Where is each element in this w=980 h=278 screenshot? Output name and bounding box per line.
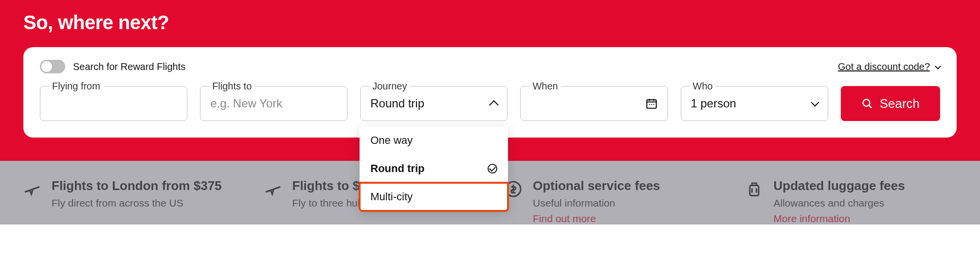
promo-link[interactable]: More information <box>774 213 905 225</box>
flying-from-input[interactable] <box>50 97 177 110</box>
discount-code-text: Got a discount code? <box>838 61 930 72</box>
reward-flights-toggle[interactable] <box>40 60 65 73</box>
svg-point-2 <box>651 104 652 105</box>
journey-option-round-trip[interactable]: Round trip <box>360 155 508 183</box>
reward-flights-label: Search for Reward Flights <box>73 61 185 72</box>
journey-dropdown: One way Round trip Multi-city <box>360 126 508 211</box>
calendar-icon <box>645 97 658 110</box>
journey-option-multi-city[interactable]: Multi-city <box>360 183 508 211</box>
flight-search-card: Search for Reward Flights Got a discount… <box>23 47 957 138</box>
svg-point-1 <box>649 104 650 105</box>
hero-title: So, where next? <box>23 12 957 34</box>
card-top-row: Search for Reward Flights Got a discount… <box>40 60 940 73</box>
journey-type-select[interactable]: Journey Round trip One way Round trip Mu… <box>360 86 508 121</box>
svg-point-4 <box>863 100 870 106</box>
luggage-icon <box>745 180 763 198</box>
reward-flights-toggle-wrap: Search for Reward Flights <box>40 60 185 73</box>
search-icon <box>861 98 873 109</box>
journey-label: Journey <box>369 81 410 92</box>
journey-option-label: One way <box>370 134 413 147</box>
journey-option-one-way[interactable]: One way <box>360 126 508 155</box>
toggle-knob <box>41 61 52 72</box>
journey-option-label: Multi-city <box>370 191 413 203</box>
check-circle-icon <box>488 164 497 174</box>
promo-subtitle: Allowances and charges <box>774 197 905 209</box>
when-label: When <box>529 81 561 92</box>
promo-subtitle: Fly direct from across the US <box>52 197 222 209</box>
when-field[interactable]: When <box>520 86 668 121</box>
who-label: Who <box>690 81 716 92</box>
search-fields-row: Flying from Flights to Journey Round tri… <box>40 86 940 121</box>
journey-option-label: Round trip <box>370 162 424 175</box>
chevron-up-icon <box>489 100 499 110</box>
journey-value: Round trip <box>370 97 424 110</box>
chevron-down-icon <box>811 99 819 107</box>
promo-card[interactable]: Optional service fees Useful information… <box>505 178 716 225</box>
flights-to-field[interactable]: Flights to <box>200 86 347 121</box>
promo-title: Optional service fees <box>533 178 660 193</box>
promo-card[interactable]: Updated luggage fees Allowances and char… <box>745 178 957 225</box>
plane-icon <box>23 180 41 198</box>
flights-to-label: Flights to <box>209 81 254 92</box>
flying-from-label: Flying from <box>49 81 103 92</box>
search-button-label: Search <box>880 96 920 111</box>
who-value: 1 person <box>691 97 736 110</box>
promo-title: Updated luggage fees <box>774 178 905 193</box>
search-button[interactable]: Search <box>841 86 940 121</box>
promo-link[interactable]: Find out more <box>533 213 660 225</box>
promo-subtitle: Useful information <box>533 197 660 209</box>
flying-from-field[interactable]: Flying from <box>40 86 187 121</box>
promo-card[interactable]: Flights to London from $375 Fly direct f… <box>23 178 235 225</box>
hero-section: So, where next? Search for Reward Flight… <box>0 0 980 161</box>
svg-point-3 <box>653 104 654 105</box>
plane-icon <box>264 180 282 198</box>
who-field[interactable]: Who 1 person <box>681 86 828 121</box>
discount-code-link[interactable]: Got a discount code? <box>838 61 940 72</box>
chevron-down-icon <box>935 63 941 70</box>
flights-to-input[interactable] <box>210 97 337 110</box>
svg-rect-6 <box>750 186 759 196</box>
promo-title: Flights to London from $375 <box>52 178 222 193</box>
